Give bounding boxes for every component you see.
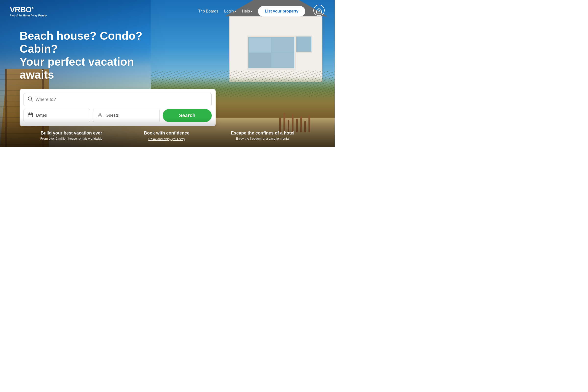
feature-escape: Escape the confines of a hotel Enjoy the… bbox=[231, 130, 294, 141]
feature-escape-title: Escape the confines of a hotel bbox=[231, 130, 294, 136]
feature-build: Build your best vacation ever From over … bbox=[40, 130, 103, 141]
logo-area[interactable]: VRBO® Part of the HomeAway Family bbox=[10, 6, 47, 17]
header: VRBO® Part of the HomeAway Family Trip B… bbox=[0, 0, 335, 22]
search-icon bbox=[28, 96, 33, 103]
login-caret: ▾ bbox=[235, 10, 236, 13]
svg-rect-1 bbox=[318, 11, 320, 13]
feature-book-link[interactable]: Relax and enjoy your stay bbox=[148, 137, 185, 141]
where-to-input[interactable] bbox=[36, 97, 208, 102]
brand-name: VRBO® bbox=[10, 6, 47, 14]
feature-build-desc: From over 2 million house rentals worldw… bbox=[40, 137, 103, 140]
svg-line-4 bbox=[31, 100, 33, 102]
trip-boards-link[interactable]: Trip Boards bbox=[198, 9, 218, 14]
nav-right: Trip Boards Login ▾ Help ▾ List your pro… bbox=[198, 4, 325, 18]
svg-rect-5 bbox=[28, 113, 32, 117]
svg-point-9 bbox=[99, 113, 101, 115]
feature-escape-desc: Enjoy the freedom of a vacation rental bbox=[231, 137, 294, 140]
feature-build-title: Build your best vacation ever bbox=[40, 130, 103, 136]
list-property-button[interactable]: List your property bbox=[258, 6, 305, 16]
help-caret: ▾ bbox=[251, 10, 252, 13]
guests-label: Guests bbox=[106, 113, 119, 118]
help-link[interactable]: Help ▾ bbox=[242, 9, 252, 14]
hero-headline: Beach house? Condo? Cabin? Your perfect … bbox=[20, 30, 157, 81]
brand-tagline: Part of the HomeAway Family bbox=[10, 14, 47, 17]
home-icon bbox=[313, 4, 325, 18]
dates-label: Dates bbox=[36, 113, 47, 118]
where-to-row[interactable] bbox=[24, 93, 212, 106]
bottom-features: Build your best vacation ever From over … bbox=[20, 130, 315, 141]
svg-point-2 bbox=[319, 9, 320, 10]
bottom-overlay: Build your best vacation ever From over … bbox=[0, 118, 335, 147]
feature-book-title: Book with confidence bbox=[144, 130, 190, 136]
login-link[interactable]: Login ▾ bbox=[224, 9, 236, 14]
hero-section: VRBO® Part of the HomeAway Family Trip B… bbox=[0, 0, 335, 147]
feature-book: Book with confidence Relax and enjoy you… bbox=[144, 130, 190, 141]
